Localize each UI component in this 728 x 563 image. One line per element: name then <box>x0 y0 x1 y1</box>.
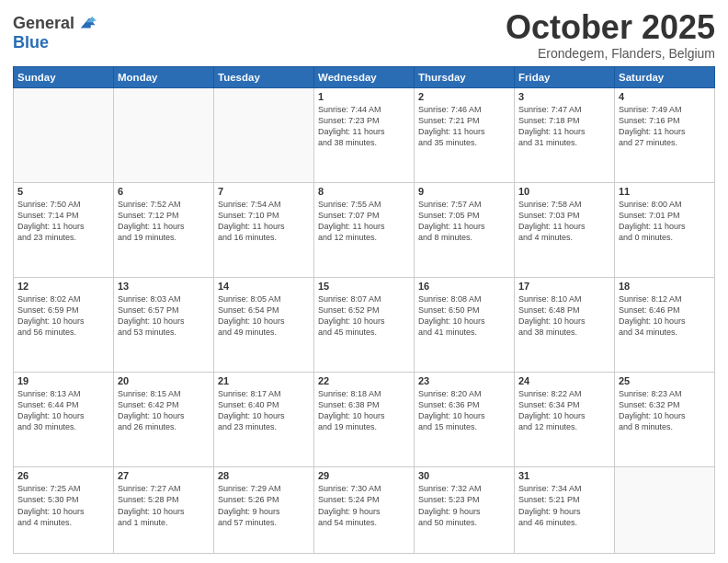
week-row-3: 19Sunrise: 8:13 AM Sunset: 6:44 PM Dayli… <box>14 373 715 467</box>
calendar-cell: 30Sunrise: 7:32 AM Sunset: 5:23 PM Dayli… <box>415 467 515 554</box>
week-row-0: 1Sunrise: 7:44 AM Sunset: 7:23 PM Daylig… <box>14 87 715 182</box>
calendar-cell: 27Sunrise: 7:27 AM Sunset: 5:28 PM Dayli… <box>114 467 214 554</box>
day-info: Sunrise: 8:02 AM Sunset: 6:59 PM Dayligh… <box>17 293 109 339</box>
calendar-cell: 29Sunrise: 7:30 AM Sunset: 5:24 PM Dayli… <box>314 467 415 554</box>
day-number: 27 <box>118 470 210 481</box>
location: Erondegem, Flanders, Belgium <box>506 46 715 61</box>
day-info: Sunrise: 8:23 AM Sunset: 6:32 PM Dayligh… <box>619 388 711 433</box>
weekday-header-thursday: Thursday <box>415 66 515 87</box>
svg-marker-1 <box>86 17 97 22</box>
calendar-cell: 31Sunrise: 7:34 AM Sunset: 5:21 PM Dayli… <box>515 467 615 554</box>
day-info: Sunrise: 7:47 AM Sunset: 7:18 PM Dayligh… <box>518 104 610 149</box>
day-number: 9 <box>418 186 510 197</box>
calendar-table: SundayMondayTuesdayWednesdayThursdayFrid… <box>13 66 715 554</box>
calendar-cell <box>214 87 314 182</box>
day-info: Sunrise: 7:52 AM Sunset: 7:12 PM Dayligh… <box>118 199 210 244</box>
day-number: 19 <box>17 375 109 386</box>
day-number: 20 <box>118 375 210 386</box>
calendar-cell: 4Sunrise: 7:49 AM Sunset: 7:16 PM Daylig… <box>615 87 715 182</box>
calendar-cell <box>14 87 114 182</box>
calendar-cell: 21Sunrise: 8:17 AM Sunset: 6:40 PM Dayli… <box>214 373 314 467</box>
weekday-header-sunday: Sunday <box>14 66 114 87</box>
day-number: 17 <box>518 281 610 292</box>
day-number: 29 <box>318 470 410 481</box>
calendar-cell: 15Sunrise: 8:07 AM Sunset: 6:52 PM Dayli… <box>314 277 415 372</box>
day-number: 28 <box>218 470 310 481</box>
day-number: 23 <box>418 375 510 386</box>
day-info: Sunrise: 8:03 AM Sunset: 6:57 PM Dayligh… <box>118 293 210 339</box>
day-number: 13 <box>118 281 210 292</box>
weekday-header-saturday: Saturday <box>615 66 715 87</box>
header: General Blue October 2025 Erondegem, Fla… <box>13 9 715 61</box>
day-number: 26 <box>17 470 109 481</box>
calendar-cell: 12Sunrise: 8:02 AM Sunset: 6:59 PM Dayli… <box>14 277 114 372</box>
day-number: 30 <box>418 470 510 481</box>
day-number: 24 <box>518 375 610 386</box>
day-number: 1 <box>318 91 410 102</box>
day-number: 5 <box>17 186 109 197</box>
calendar-cell: 23Sunrise: 8:20 AM Sunset: 6:36 PM Dayli… <box>415 373 515 467</box>
calendar-cell: 18Sunrise: 8:12 AM Sunset: 6:46 PM Dayli… <box>615 277 715 372</box>
day-number: 16 <box>418 281 510 292</box>
page: General Blue October 2025 Erondegem, Fla… <box>0 0 728 563</box>
day-number: 12 <box>17 281 109 292</box>
calendar-cell <box>615 467 715 554</box>
week-row-4: 26Sunrise: 7:25 AM Sunset: 5:30 PM Dayli… <box>14 467 715 554</box>
day-info: Sunrise: 8:08 AM Sunset: 6:50 PM Dayligh… <box>418 293 510 339</box>
day-info: Sunrise: 7:25 AM Sunset: 5:30 PM Dayligh… <box>17 483 109 528</box>
calendar-cell: 6Sunrise: 7:52 AM Sunset: 7:12 PM Daylig… <box>114 182 214 277</box>
day-number: 31 <box>518 470 610 481</box>
calendar-cell: 16Sunrise: 8:08 AM Sunset: 6:50 PM Dayli… <box>415 277 515 372</box>
logo-general-text: General <box>13 14 74 33</box>
day-info: Sunrise: 7:54 AM Sunset: 7:10 PM Dayligh… <box>218 199 310 244</box>
calendar-cell: 24Sunrise: 8:22 AM Sunset: 6:34 PM Dayli… <box>515 373 615 467</box>
weekday-header-row: SundayMondayTuesdayWednesdayThursdayFrid… <box>14 66 715 87</box>
day-number: 21 <box>218 375 310 386</box>
day-number: 11 <box>619 186 711 197</box>
day-info: Sunrise: 8:07 AM Sunset: 6:52 PM Dayligh… <box>318 293 410 339</box>
day-number: 10 <box>518 186 610 197</box>
day-info: Sunrise: 7:50 AM Sunset: 7:14 PM Dayligh… <box>17 199 109 244</box>
calendar-cell: 11Sunrise: 8:00 AM Sunset: 7:01 PM Dayli… <box>615 182 715 277</box>
calendar-cell: 1Sunrise: 7:44 AM Sunset: 7:23 PM Daylig… <box>314 87 415 182</box>
week-row-2: 12Sunrise: 8:02 AM Sunset: 6:59 PM Dayli… <box>14 277 715 372</box>
calendar-cell: 20Sunrise: 8:15 AM Sunset: 6:42 PM Dayli… <box>114 373 214 467</box>
calendar-cell: 8Sunrise: 7:55 AM Sunset: 7:07 PM Daylig… <box>314 182 415 277</box>
calendar-cell: 22Sunrise: 8:18 AM Sunset: 6:38 PM Dayli… <box>314 373 415 467</box>
day-info: Sunrise: 8:12 AM Sunset: 6:46 PM Dayligh… <box>619 293 711 339</box>
day-number: 2 <box>418 91 510 102</box>
calendar-cell: 2Sunrise: 7:46 AM Sunset: 7:21 PM Daylig… <box>415 87 515 182</box>
title-block: October 2025 Erondegem, Flanders, Belgiu… <box>506 9 715 61</box>
day-info: Sunrise: 7:44 AM Sunset: 7:23 PM Dayligh… <box>318 104 410 149</box>
calendar-cell: 10Sunrise: 7:58 AM Sunset: 7:03 PM Dayli… <box>515 182 615 277</box>
day-info: Sunrise: 7:34 AM Sunset: 5:21 PM Dayligh… <box>518 483 610 528</box>
calendar-cell: 26Sunrise: 7:25 AM Sunset: 5:30 PM Dayli… <box>14 467 114 554</box>
day-info: Sunrise: 7:57 AM Sunset: 7:05 PM Dayligh… <box>418 199 510 244</box>
day-info: Sunrise: 8:15 AM Sunset: 6:42 PM Dayligh… <box>118 388 210 433</box>
logo: General Blue <box>13 13 97 52</box>
calendar-cell <box>114 87 214 182</box>
day-info: Sunrise: 7:55 AM Sunset: 7:07 PM Dayligh… <box>318 199 410 244</box>
day-info: Sunrise: 8:22 AM Sunset: 6:34 PM Dayligh… <box>518 388 610 433</box>
day-number: 8 <box>318 186 410 197</box>
day-info: Sunrise: 7:46 AM Sunset: 7:21 PM Dayligh… <box>418 104 510 149</box>
weekday-header-monday: Monday <box>114 66 214 87</box>
day-info: Sunrise: 8:18 AM Sunset: 6:38 PM Dayligh… <box>318 388 410 433</box>
calendar-cell: 14Sunrise: 8:05 AM Sunset: 6:54 PM Dayli… <box>214 277 314 372</box>
day-info: Sunrise: 7:58 AM Sunset: 7:03 PM Dayligh… <box>518 199 610 244</box>
day-number: 4 <box>619 91 711 102</box>
calendar-cell: 9Sunrise: 7:57 AM Sunset: 7:05 PM Daylig… <box>415 182 515 277</box>
month-title: October 2025 <box>506 9 715 46</box>
day-info: Sunrise: 7:29 AM Sunset: 5:26 PM Dayligh… <box>218 483 310 528</box>
weekday-header-wednesday: Wednesday <box>314 66 415 87</box>
day-info: Sunrise: 7:27 AM Sunset: 5:28 PM Dayligh… <box>118 483 210 528</box>
day-info: Sunrise: 8:17 AM Sunset: 6:40 PM Dayligh… <box>218 388 310 433</box>
calendar-cell: 3Sunrise: 7:47 AM Sunset: 7:18 PM Daylig… <box>515 87 615 182</box>
logo-icon <box>76 13 97 33</box>
day-number: 6 <box>118 186 210 197</box>
day-info: Sunrise: 8:05 AM Sunset: 6:54 PM Dayligh… <box>218 293 310 339</box>
day-info: Sunrise: 8:20 AM Sunset: 6:36 PM Dayligh… <box>418 388 510 433</box>
day-number: 22 <box>318 375 410 386</box>
weekday-header-tuesday: Tuesday <box>214 66 314 87</box>
day-info: Sunrise: 7:30 AM Sunset: 5:24 PM Dayligh… <box>318 483 410 528</box>
